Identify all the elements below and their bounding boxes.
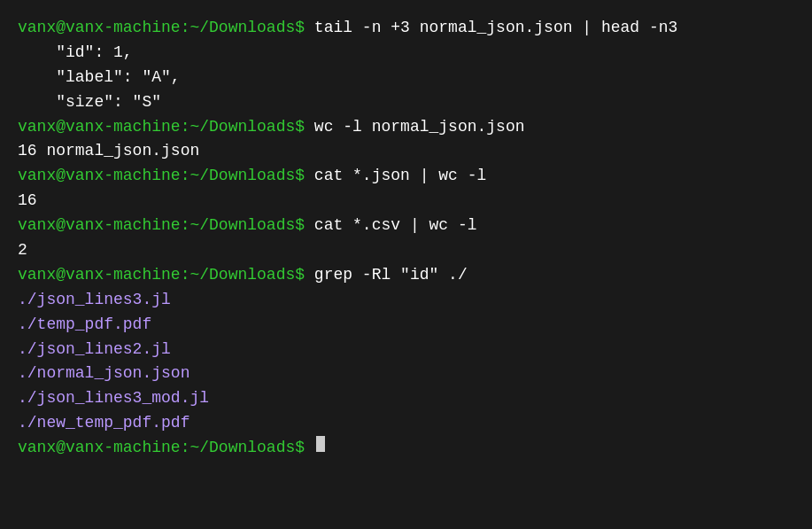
terminal-line: ./normal_json.json — [18, 362, 794, 386]
terminal-line: vanx@vanx-machine:~/Downloads$ cat *.csv… — [18, 214, 794, 238]
terminal-line: "id": 1, — [18, 41, 794, 66]
terminal-line: vanx@vanx-machine:~/Downloads$ cat *.jso… — [18, 164, 794, 189]
terminal-line: ./json_lines3.jl — [18, 288, 794, 313]
output-text: "label": "A", — [18, 66, 181, 90]
output-text-purple: ./temp_pdf.pdf — [18, 313, 151, 338]
command: cat *.csv | wc -l — [305, 214, 476, 238]
output-text-purple: ./json_lines2.jl — [18, 338, 171, 362]
prompt: vanx@vanx-machine:~/Downloads$ — [18, 115, 305, 140]
terminal-line: ./temp_pdf.pdf — [18, 313, 794, 338]
output-text: "id": 1, — [18, 41, 133, 66]
output-text-purple: ./json_lines3.jl — [18, 288, 171, 313]
terminal-line: vanx@vanx-machine:~/Downloads$ wc -l nor… — [18, 115, 794, 140]
terminal-line: 16 normal_json.json — [18, 139, 794, 164]
prompt: vanx@vanx-machine:~/Downloads$ — [18, 263, 305, 288]
terminal-line: vanx@vanx-machine:~/Downloads$ grep -Rl … — [18, 263, 794, 288]
terminal-line: 16 — [18, 189, 794, 214]
terminal-line: vanx@vanx-machine:~/Downloads$ — [18, 436, 794, 461]
output-text: 16 — [18, 189, 37, 214]
command: grep -Rl "id" ./ — [305, 263, 468, 288]
command — [305, 436, 314, 461]
terminal-line: ./json_lines3_mod.jl — [18, 386, 794, 411]
terminal-line: ./json_lines2.jl — [18, 338, 794, 362]
output-text-purple: ./json_lines3_mod.jl — [18, 386, 209, 411]
output-text: 2 — [18, 238, 27, 263]
terminal-line: "size": "S" — [18, 90, 794, 115]
terminal-line: ./new_temp_pdf.pdf — [18, 411, 794, 436]
terminal-line: 2 — [18, 238, 794, 263]
output-text-purple: ./normal_json.json — [18, 362, 189, 386]
prompt: vanx@vanx-machine:~/Downloads$ — [18, 164, 305, 189]
prompt: vanx@vanx-machine:~/Downloads$ — [18, 16, 305, 41]
output-text: "size": "S" — [18, 90, 161, 115]
command: wc -l normal_json.json — [305, 115, 524, 140]
command: cat *.json | wc -l — [305, 164, 486, 189]
terminal-line: "label": "A", — [18, 66, 794, 90]
prompt: vanx@vanx-machine:~/Downloads$ — [18, 214, 305, 238]
prompt: vanx@vanx-machine:~/Downloads$ — [18, 436, 305, 461]
output-text-purple: ./new_temp_pdf.pdf — [18, 411, 189, 436]
terminal-line: vanx@vanx-machine:~/Downloads$ tail -n +… — [18, 16, 794, 41]
output-text: 16 normal_json.json — [18, 139, 199, 164]
terminal: vanx@vanx-machine:~/Downloads$ tail -n +… — [18, 16, 794, 513]
command: tail -n +3 normal_json.json | head -n3 — [305, 16, 677, 41]
cursor — [316, 436, 325, 452]
